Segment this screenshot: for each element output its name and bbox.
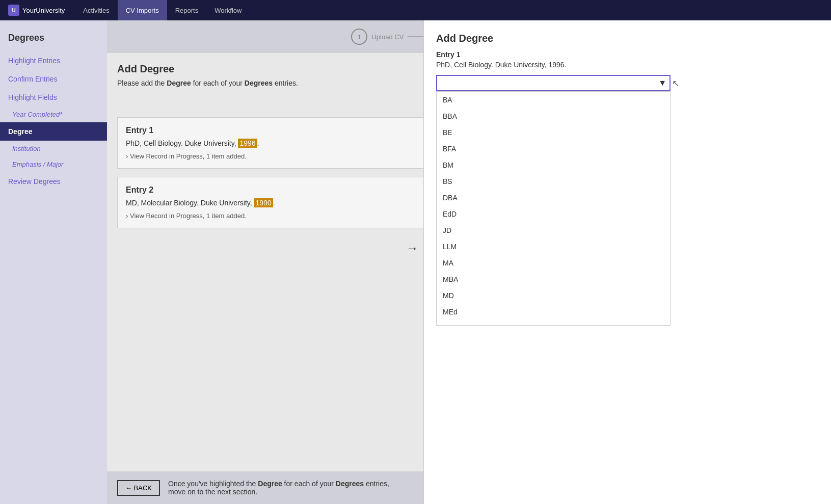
panel-title: Add Degree [436,33,819,44]
sidebar-item-institution[interactable]: Institution [0,141,107,156]
dropdown-option-be[interactable]: BE [437,124,670,141]
sidebar: Degrees Highlight Entries Confirm Entrie… [0,20,107,504]
dropdown-wrapper: ▼ ↖ [436,75,671,91]
dropdown-option-bm[interactable]: BM [437,157,670,173]
progress-step-1: 1 Upload CV [351,29,404,45]
sidebar-section-title: Degrees [0,29,107,51]
entry-2-text-before: MD, Molecular Biology. Duke University, [126,199,254,207]
instructions-end: entries. [273,79,298,87]
bottom-text-2: for each of your [282,480,336,488]
nav-activities[interactable]: Activities [75,0,117,20]
instructions-field: Degree [167,79,191,87]
step-circle-1: 1 [351,29,367,45]
nav-reports[interactable]: Reports [167,0,207,20]
dropdown-option-med[interactable]: MEd [437,304,670,320]
sidebar-item-emphasis-major[interactable]: Emphasis / Major [0,156,107,172]
nav-cv-imports[interactable]: CV Imports [118,0,167,20]
panel-entry-label: Entry 1 [436,50,819,59]
dropdown-option-mba[interactable]: MBA [437,271,670,287]
next-arrow: → [406,241,418,255]
dropdown-option-bfa[interactable]: BFA [437,141,670,157]
sidebar-item-year-completed[interactable]: Year Completed* [0,107,107,122]
dropdown-option-ma[interactable]: MA [437,255,670,271]
sidebar-item-degree[interactable]: Degree [0,122,107,141]
bottom-text-4: move on to the next section. [168,488,257,496]
dropdown-option-jd[interactable]: JD [437,222,670,238]
dropdown-option-dba[interactable]: DBA [437,190,670,206]
step-label-1: Upload CV [371,33,404,41]
university-logo-icon: U [8,5,19,16]
instructions-prefix: Please add the [117,79,167,87]
nav-workflow[interactable]: Workflow [206,0,250,20]
sidebar-item-review-degrees[interactable]: Review Degrees [0,172,107,191]
dropdown-option-bba[interactable]: BBA [437,108,670,124]
dropdown-option-bs[interactable]: BS [437,173,670,190]
panel-entry-text: PhD, Cell Biology. Duke University, 1996… [436,61,819,69]
dropdown-option-llm[interactable]: LLM [437,238,670,255]
nav-logo-text: YourUniversity [22,7,65,14]
degree-dropdown-list[interactable]: BABBABEBFABMBSDBAEdDJDLLMMAMBAMDMEdMFAMM [436,91,671,326]
dropdown-option-mfa[interactable]: MFA [437,320,670,326]
sidebar-item-highlight-entries[interactable]: Highlight Entries [0,51,107,70]
entry-1-text-after: . [257,139,259,147]
nav-logo[interactable]: U YourUniversity [8,5,65,16]
dropdown-option-md[interactable]: MD [437,287,670,304]
top-nav: U YourUniversity Activities CV Imports R… [0,0,831,20]
instructions-section: Degrees [245,79,273,87]
sidebar-item-confirm-entries[interactable]: Confirm Entries [0,70,107,88]
right-panel: Add Degree Entry 1 PhD, Cell Biology. Du… [423,20,831,504]
entry-2-year-highlight: 1990 [254,198,273,207]
entry-2-text-after: . [273,199,275,207]
bottom-text-3: entries, [364,480,389,488]
degree-dropdown-input[interactable] [436,75,671,91]
sidebar-item-highlight-fields[interactable]: Highlight Fields [0,88,107,107]
dropdown-option-ba[interactable]: BA [437,92,670,108]
instructions-suffix: for each of your [191,79,245,87]
bottom-bold-2: Degrees [336,480,364,488]
entry-1-year-highlight: 1996 [238,139,257,148]
main-layout: Degrees Highlight Entries Confirm Entrie… [0,20,831,504]
dropdown-option-edd[interactable]: EdD [437,206,670,222]
entry-1-text-before: PhD, Cell Biology. Duke University, [126,139,238,147]
bottom-text-1: Once you've highlighted the [168,480,258,488]
bottom-bold-1: Degree [258,480,282,488]
bottom-instructions: Once you've highlighted the Degree for e… [168,480,389,496]
back-button[interactable]: ← BACK [117,480,160,496]
mouse-cursor-icon: ↖ [672,78,680,89]
